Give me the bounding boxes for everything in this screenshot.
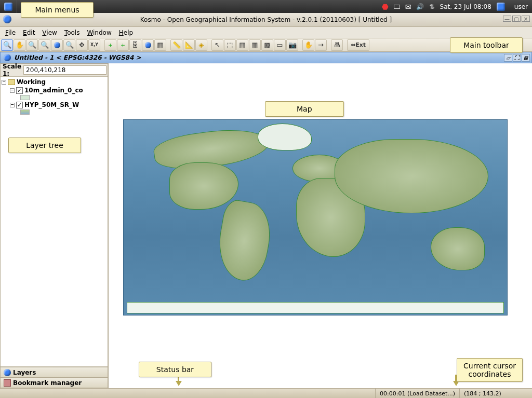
tool-pointer[interactable]: ↖	[211, 39, 223, 51]
scale-input[interactable]	[23, 65, 107, 75]
tool-print[interactable]: 🖶	[331, 39, 343, 51]
tree-layer-0[interactable]: − 10m_admin_0_co	[2, 86, 107, 94]
battery-icon[interactable]	[394, 5, 400, 9]
tool-measure-area[interactable]: 📐	[183, 39, 195, 51]
doc-max-icon[interactable]: ⛶	[513, 54, 521, 62]
maximize-button[interactable]: ▢	[512, 16, 521, 22]
mail-icon[interactable]: ✉	[405, 3, 411, 11]
doc-close-icon[interactable]: ⊠	[522, 54, 530, 62]
tool-cascade[interactable]: ▭	[274, 39, 286, 51]
swatch-icon	[20, 109, 30, 115]
tree-swatch-0	[2, 94, 107, 101]
landmass	[335, 139, 488, 214]
tool-table[interactable]: ▦	[154, 39, 166, 51]
scale-label: Scale 1:	[3, 63, 21, 77]
alert-icon[interactable]: ⬣	[382, 2, 389, 11]
globe-icon	[4, 3, 12, 11]
status-coords: (184 ; 143.2)	[459, 389, 532, 398]
sidebar: Scale 1: − Working − 10m_admin_0_co − HY…	[0, 63, 108, 388]
callout-status: Status bar	[139, 362, 211, 377]
user-menu[interactable]: user	[510, 3, 528, 10]
tool-zoom-all[interactable]	[51, 39, 63, 51]
callout-tree: Layer tree	[8, 138, 81, 153]
tool-raster[interactable]: ▩	[261, 39, 273, 51]
callout-coords: Current cursor coordinates	[457, 358, 523, 382]
doc-icon	[4, 54, 11, 61]
menu-window[interactable]: Window	[84, 28, 114, 37]
swatch-icon	[20, 95, 30, 100]
menu-bar: File Edit View Tools Window Help	[0, 27, 532, 38]
tool-edit[interactable]: ▦	[236, 39, 248, 51]
callout-map: Map	[265, 101, 344, 117]
status-bar: 00:00:01 (Load Dataset...) (184 ; 143.2)	[0, 388, 532, 398]
window-title: Kosmo - Open Geographical Information Sy…	[140, 16, 392, 23]
lang-icon[interactable]	[497, 3, 505, 11]
layer-checkbox[interactable]	[16, 87, 23, 94]
tool-zoom-layer[interactable]: 🔍	[63, 39, 75, 51]
tool-xy[interactable]: X,Y	[88, 39, 100, 51]
expand-icon[interactable]: −	[10, 103, 15, 107]
tab-label: Layers	[13, 369, 36, 376]
tool-camera[interactable]: 📷	[286, 39, 298, 51]
tree-root[interactable]: − Working	[2, 78, 107, 86]
tool-measure-line[interactable]: 📏	[170, 39, 182, 51]
clock[interactable]: Sat, 23 Jul 08:08	[440, 3, 491, 10]
close-button[interactable]: ×	[522, 16, 530, 22]
doc-detach-icon[interactable]: ▱	[504, 54, 512, 62]
tool-db[interactable]: 🗄	[129, 39, 141, 51]
document-header: Untitled - 1 < EPSG:4326 - WGS84 > ▱ ⛶ ⊠	[0, 52, 532, 63]
tree-layer-1[interactable]: − HYP_50M_SR_W	[2, 101, 107, 109]
sidebar-tab-layers[interactable]: Layers	[1, 367, 108, 377]
tool-center[interactable]: ✥	[76, 39, 88, 51]
bookmark-icon	[4, 379, 11, 387]
tool-box[interactable]: ◈	[195, 39, 207, 51]
world-map[interactable]	[123, 119, 508, 315]
layer-checkbox[interactable]	[16, 102, 23, 108]
tool-select[interactable]: ⬚	[224, 39, 236, 51]
tool-add-image[interactable]: ＋	[117, 39, 129, 51]
tool-arrow[interactable]: →	[315, 39, 327, 51]
callout-menus: Main menus	[21, 2, 94, 18]
folder-icon	[8, 79, 15, 85]
network-icon[interactable]: ⇅	[429, 3, 434, 10]
volume-icon[interactable]: 🔊	[416, 3, 424, 10]
minimize-button[interactable]: —	[503, 16, 511, 22]
status-time: 00:00:01 (Load Dataset...)	[375, 389, 459, 398]
menu-edit[interactable]: Edit	[20, 28, 38, 37]
tool-zoom-next[interactable]: 🔍	[38, 39, 50, 51]
doc-title: Untitled - 1 < EPSG:4326 - WGS84 >	[14, 54, 141, 61]
arrow-icon	[176, 380, 183, 387]
landmass	[127, 302, 503, 314]
tool-ext[interactable]: ⇔ Ext	[347, 39, 369, 51]
layer-tree[interactable]: − Working − 10m_admin_0_co − HYP_50M_SR_…	[1, 76, 108, 367]
scale-bar: Scale 1:	[1, 64, 108, 76]
tool-globe[interactable]	[142, 39, 154, 51]
tree-swatch-1	[2, 109, 107, 115]
tool-add-layer[interactable]: ＋	[104, 39, 116, 51]
expand-icon[interactable]: −	[10, 88, 15, 93]
expand-icon[interactable]: −	[2, 80, 6, 85]
layers-icon	[4, 369, 11, 376]
taskbar-app-kosmo[interactable]	[0, 0, 17, 13]
tree-root-label: Working	[17, 78, 46, 86]
tool-hand[interactable]: ✋	[302, 39, 314, 51]
tool-pan[interactable]: ✋	[14, 39, 25, 51]
menu-tools[interactable]: Tools	[61, 28, 83, 37]
sidebar-tab-bookmarks[interactable]: Bookmark manager	[1, 377, 108, 388]
layer-label: 10m_admin_0_co	[24, 87, 83, 94]
menu-help[interactable]: Help	[116, 28, 136, 37]
tool-zoom-prev[interactable]: 🔍	[26, 39, 38, 51]
menu-file[interactable]: File	[2, 28, 19, 37]
layer-label: HYP_50M_SR_W	[24, 101, 79, 108]
callout-toolbar: Main toolbar	[450, 37, 523, 53]
tool-zoom-in[interactable]: 🔍	[1, 39, 13, 51]
menu-view[interactable]: View	[39, 28, 60, 37]
app-icon	[3, 15, 11, 23]
tool-grid[interactable]: ▦	[249, 39, 261, 51]
tab-label: Bookmark manager	[13, 379, 82, 387]
